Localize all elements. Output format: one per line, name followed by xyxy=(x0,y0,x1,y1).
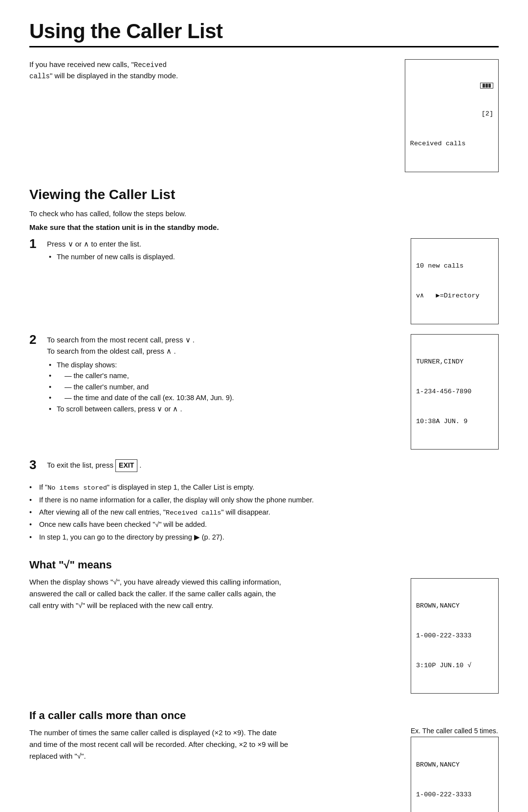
exit-button-label: EXIT xyxy=(115,459,137,472)
lcd-step1-line1: 10 new calls xyxy=(416,261,493,271)
step-1-number: 1 xyxy=(29,237,47,250)
viewing-section: Viewing the Caller List To check who has… xyxy=(29,187,499,233)
bullet-5: In step 1, you can go to the directory b… xyxy=(29,532,499,543)
bullet-1: If "No items stored" is displayed in ste… xyxy=(29,482,499,494)
step-3-text-after: . xyxy=(139,461,141,469)
viewing-intro: To check who has called, follow the step… xyxy=(29,208,499,220)
step-2-number: 2 xyxy=(29,333,47,346)
caller-calls-heading: If a caller calls more than once xyxy=(29,709,499,722)
step-2-sub2: — the caller's number, and xyxy=(49,382,401,392)
caller-calls-text: The number of times the same caller call… xyxy=(29,727,288,762)
step-2-sub3: — the time and date of the call (ex. 10:… xyxy=(49,392,401,403)
lcd-received-calls: [2] Received calls xyxy=(405,59,499,172)
what-means-heading: What "√" means xyxy=(29,559,499,571)
lcd-caller-calls-line1: BROWN,NANCY xyxy=(416,760,493,770)
step-2-scroll-bullet: To scroll between callers, press ∨ or ∧ … xyxy=(49,404,401,414)
step-3-number: 3 xyxy=(29,458,47,471)
step-2-line1: To search from the most recent call, pre… xyxy=(47,334,401,345)
step-3: 3 To exit the list, press EXIT . xyxy=(29,459,499,472)
ex-label: Ex. The caller called 5 times. xyxy=(411,727,499,735)
lcd-step2: TURNER,CINDY 1-234-456-7890 10:38A JUN. … xyxy=(411,334,499,450)
page-title: Using the Caller List xyxy=(29,20,499,47)
what-means-text: When the display shows "√", you have alr… xyxy=(29,576,288,611)
lcd-what-means-line2: 1-000-222-3333 xyxy=(416,631,493,641)
lcd-step2-line2: 1-234-456-7890 xyxy=(416,387,493,397)
intro-text: If you have received new calls, "Receive… xyxy=(29,59,303,82)
what-means-section: What "√" means When the display shows "√… xyxy=(29,559,499,694)
viewing-heading: Viewing the Caller List xyxy=(29,187,499,203)
step-1-bullet: The number of new calls is displayed. xyxy=(49,251,401,262)
lcd-received-line2: Received calls xyxy=(410,139,493,149)
steps-area: 1 Press ∨ or ∧ to enter the list. The nu… xyxy=(29,238,499,472)
lcd-caller-calls-line2: 1-000-222-3333 xyxy=(416,790,493,800)
step-3-text-before: To exit the list, press xyxy=(47,461,115,469)
lcd-step2-line1: TURNER,CINDY xyxy=(416,357,493,367)
lcd-received-line1: [2] xyxy=(410,109,493,119)
intro-section: If you have received new calls, "Receive… xyxy=(29,59,499,172)
lcd-caller-calls: BROWN,NANCY 1-000-222-3333 3:10P JUN.10 … xyxy=(411,737,499,812)
bullet-4: Once new calls have been checked "√" wil… xyxy=(29,519,499,530)
bullet-2: If there is no name information for a ca… xyxy=(29,495,499,506)
lcd-what-means: BROWN,NANCY 1-000-222-3333 3:10P JUN.10 … xyxy=(411,578,499,694)
step-1: 1 Press ∨ or ∧ to enter the list. The nu… xyxy=(29,238,499,324)
lcd-step1: 10 new calls v∧ ▶=Directory xyxy=(411,238,499,324)
step-2: 2 To search from the most recent call, p… xyxy=(29,334,499,450)
caller-calls-section: If a caller calls more than once The num… xyxy=(29,709,499,812)
step-1-text: Press ∨ or ∧ to enter the list. xyxy=(47,238,401,249)
lcd-what-means-line3: 3:10P JUN.10 √ xyxy=(416,661,493,671)
step-2-sub1: — the caller's name, xyxy=(49,370,401,381)
bullet-3: After viewing all of the new call entrie… xyxy=(29,507,499,519)
step-2-line2: To search from the oldest call, press ∧ … xyxy=(47,345,401,357)
bullets-list: If "No items stored" is displayed in ste… xyxy=(29,482,499,543)
bullets-section: If "No items stored" is displayed in ste… xyxy=(29,482,499,543)
bold-note: Make sure that the station unit is in th… xyxy=(29,222,499,233)
lcd-step1-line2: v∧ ▶=Directory xyxy=(416,291,493,301)
step-2-display-bullet: The display shows: xyxy=(49,360,401,370)
lcd-what-means-line1: BROWN,NANCY xyxy=(416,601,493,611)
lcd-step2-line3: 10:38A JUN. 9 xyxy=(416,417,493,427)
